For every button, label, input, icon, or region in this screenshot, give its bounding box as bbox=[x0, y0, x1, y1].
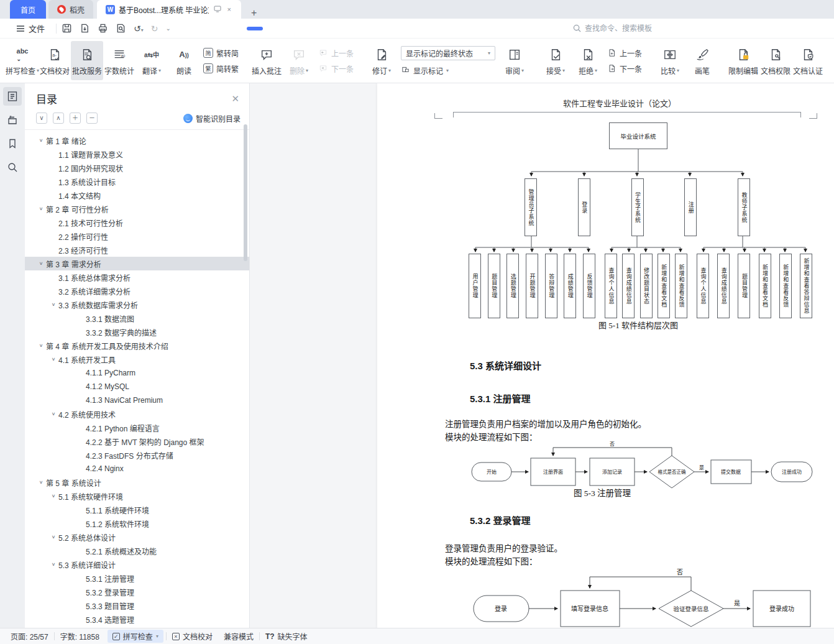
toc-item[interactable]: ∨ 5.3 系统详细设计 bbox=[25, 558, 249, 571]
toc-item[interactable]: ∨ 4.2.4 Nginx bbox=[25, 462, 249, 476]
chevron-down-icon[interactable]: ∨ bbox=[48, 494, 58, 499]
menu-tab[interactable] bbox=[180, 27, 196, 30]
menu-tab[interactable] bbox=[298, 27, 314, 30]
toc-item[interactable]: ∨ 1.3 系统设计目标 bbox=[25, 175, 249, 188]
tab-docer[interactable]: 稻壳 bbox=[48, 0, 93, 19]
trad-to-simp-button[interactable]: 简繁转简 bbox=[203, 48, 239, 58]
search-input[interactable] bbox=[585, 24, 684, 33]
chevron-down-icon[interactable]: ∨ bbox=[48, 302, 58, 307]
spell-check-status[interactable]: ✓ 拼写检查▾ bbox=[108, 630, 163, 643]
toc-item[interactable]: ∨ 5.1.2 系统软件环境 bbox=[25, 517, 249, 530]
menu-tab[interactable] bbox=[212, 27, 228, 30]
find-panel-icon[interactable] bbox=[3, 158, 22, 177]
chevron-down-icon[interactable]: ∨ bbox=[36, 206, 46, 211]
compare-button[interactable]: 比较▾ bbox=[654, 41, 686, 80]
toc-item[interactable]: ∨ 5.1 系统软硬件环境 bbox=[25, 489, 249, 503]
toc-item[interactable]: ∨ 2.2 操作可行性 bbox=[25, 229, 249, 243]
doc-proofread-button[interactable]: a- 文档校对 bbox=[39, 41, 71, 80]
spell-check-button[interactable]: abc⌄ 拼写检查▾ bbox=[6, 41, 39, 80]
doc-proofread-status[interactable]: × 文档校对 bbox=[167, 631, 218, 642]
toc-item[interactable]: ∨ 2.1 技术可行性分析 bbox=[25, 216, 249, 229]
toc-item[interactable]: ∨ 5.3.2 登录管理 bbox=[25, 585, 249, 599]
markup-state-select[interactable]: 显示标记的最终状态▾ bbox=[401, 46, 495, 60]
toc-item[interactable]: ∨ 4.1.1 PyCharm bbox=[25, 366, 249, 380]
toc-item[interactable]: ∨ 4.2 系统使用技术 bbox=[25, 407, 249, 421]
close-icon[interactable]: ✕ bbox=[231, 93, 239, 104]
word-count-indicator[interactable]: 字数: 11858 bbox=[55, 631, 105, 642]
chevron-down-icon[interactable]: ∨ bbox=[48, 535, 58, 540]
toc-item[interactable]: ∨ 第 2 章 可行性分析 bbox=[25, 202, 249, 216]
chevron-down-icon[interactable]: ∨ bbox=[36, 480, 46, 485]
collapse-up-button[interactable]: ∧ bbox=[53, 113, 64, 124]
document-area[interactable]: 软件工程专业毕业设计（论文） bbox=[250, 83, 834, 628]
toc-item[interactable]: ∨ 第 3 章 需求分析 bbox=[25, 257, 249, 270]
export-icon[interactable] bbox=[80, 23, 90, 34]
toc-item[interactable]: ∨ 5.3.1 注册管理 bbox=[25, 571, 249, 585]
tab-preview-icon[interactable] bbox=[213, 5, 222, 14]
show-markup-button[interactable]: 显示标记▾ bbox=[401, 65, 495, 76]
smart-recognize-toc-button[interactable]: 智能识别目录 bbox=[183, 113, 241, 124]
toc-item[interactable]: ∨ 3.1 系统总体需求分析 bbox=[25, 270, 249, 284]
tab-close-icon[interactable]: × bbox=[226, 6, 232, 13]
toc-item[interactable]: ∨ 5.3.5 开题管理 bbox=[25, 626, 249, 628]
toc-item[interactable]: ∨ 4.1 系统开发工具 bbox=[25, 352, 249, 366]
tab-home[interactable]: 首页 bbox=[10, 0, 46, 19]
bookmark-panel-icon[interactable] bbox=[3, 134, 22, 153]
menu-tab[interactable] bbox=[330, 27, 346, 30]
menu-tab[interactable] bbox=[228, 27, 244, 30]
document-page[interactable]: 软件工程专业毕业设计（论文） bbox=[377, 83, 834, 628]
page-indicator[interactable]: 页面: 25/57 bbox=[5, 631, 54, 642]
prev-revision-button[interactable]: 上一条 bbox=[607, 48, 642, 58]
undo-icon[interactable]: ↺▾ bbox=[134, 24, 144, 34]
correction-service-button[interactable]: 批改服务 bbox=[71, 41, 103, 80]
toc-item[interactable]: ∨ 第 5 章 系统设计 bbox=[25, 476, 249, 489]
chevron-down-icon[interactable]: ∨ bbox=[36, 343, 46, 348]
simp-to-trad-button[interactable]: 繁简转繁 bbox=[203, 63, 239, 74]
menu-tab[interactable] bbox=[282, 27, 298, 30]
toc-item[interactable]: ∨ 5.2 系统总体设计 bbox=[25, 530, 249, 544]
toc-item[interactable]: ∨ 4.1.3 NaviCat Premium bbox=[25, 393, 249, 407]
toc-item[interactable]: ∨ 3.3.2 数据字典的描述 bbox=[25, 325, 249, 339]
toc-item[interactable]: ∨ 5.1.1 系统硬件环境 bbox=[25, 503, 249, 517]
toc-item[interactable]: ∨ 4.2.2 基于 MVT 架构的 Django 框架 bbox=[25, 435, 249, 448]
chevron-down-icon[interactable]: ∨ bbox=[36, 261, 46, 266]
toc-item[interactable]: ∨ 1.1 课题背景及意义 bbox=[25, 147, 249, 161]
toc-item[interactable]: ∨ 4.2.1 Python 编程语言 bbox=[25, 421, 249, 435]
compat-mode-indicator[interactable]: 兼容模式 bbox=[218, 631, 259, 642]
menu-tab[interactable] bbox=[265, 27, 282, 30]
translate-button[interactable]: a⇆中 翻译▾ bbox=[135, 41, 168, 80]
read-aloud-button[interactable]: A)) 朗读 bbox=[168, 41, 200, 80]
tab-document[interactable]: W 基于Bootst...理系统 毕业论文 × bbox=[97, 0, 241, 19]
menu-tab[interactable] bbox=[196, 27, 212, 30]
missing-font-indicator[interactable]: T? 缺失字体 bbox=[260, 631, 313, 642]
toc-scrollbar[interactable] bbox=[244, 124, 247, 261]
toc-item[interactable]: ∨ 5.2.1 系统概述及功能 bbox=[25, 544, 249, 558]
toc-item[interactable]: ∨ 5.3.4 选题管理 bbox=[25, 612, 249, 626]
file-menu-button[interactable]: 文件 bbox=[10, 22, 51, 34]
outline-panel-icon[interactable] bbox=[3, 87, 22, 106]
expand-all-button[interactable]: ＋ bbox=[70, 113, 81, 124]
chevron-down-icon[interactable]: ∨ bbox=[48, 562, 58, 567]
insert-comment-button[interactable]: 插入批注 bbox=[250, 41, 283, 80]
print-icon[interactable] bbox=[98, 23, 108, 34]
customize-toolbar-icon[interactable]: ⌄ bbox=[166, 25, 171, 32]
save-icon[interactable] bbox=[62, 23, 72, 34]
doc-permission-button[interactable]: 文档权限 bbox=[759, 41, 792, 80]
chevron-down-icon[interactable]: ∨ bbox=[36, 138, 46, 143]
print-preview-icon[interactable] bbox=[116, 23, 126, 34]
review-pane-button[interactable]: 审阅▾ bbox=[498, 41, 531, 80]
expand-down-button[interactable]: ∨ bbox=[36, 113, 47, 124]
track-changes-button[interactable]: 修订▾ bbox=[365, 41, 398, 80]
toc-item[interactable]: ∨ 4.2.3 FastDFS 分布式存储 bbox=[25, 448, 249, 462]
toc-item[interactable]: ∨ 5.3.3 题目管理 bbox=[25, 599, 249, 612]
restrict-editing-button[interactable]: 限制编辑 bbox=[727, 41, 759, 80]
toc-item[interactable]: ∨ 1.4 本文结构 bbox=[25, 188, 249, 202]
chevron-down-icon[interactable]: ∨ bbox=[48, 412, 58, 416]
accept-revision-button[interactable]: 接受▾ bbox=[539, 41, 572, 80]
toc-item[interactable]: ∨ 2.3 经济可行性 bbox=[25, 243, 249, 257]
menu-tab[interactable] bbox=[247, 27, 263, 30]
toc-item[interactable]: ∨ 3.3.1 数据流图 bbox=[25, 311, 249, 325]
toc-item[interactable]: ∨ 4.1.2 MySQL bbox=[25, 380, 249, 393]
toc-item[interactable]: ∨ 第 1 章 绪论 bbox=[25, 134, 249, 147]
comments-panel-icon[interactable] bbox=[3, 111, 22, 129]
